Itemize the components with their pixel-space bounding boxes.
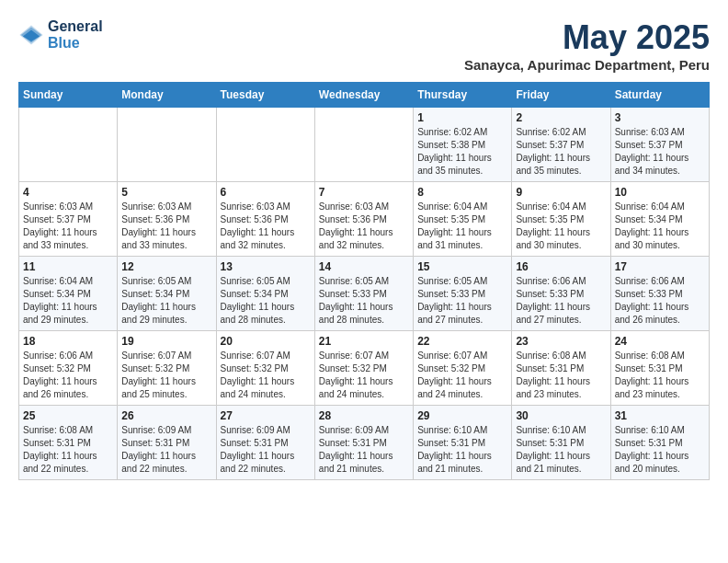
day-number: 30 — [516, 409, 606, 422]
calendar-week-1: 1Sunrise: 6:02 AM Sunset: 5:38 PM Daylig… — [19, 108, 710, 182]
calendar-cell: 20Sunrise: 6:07 AM Sunset: 5:32 PM Dayli… — [216, 331, 314, 406]
day-info: Sunrise: 6:09 AM Sunset: 5:31 PM Dayligh… — [319, 424, 409, 476]
day-number: 25 — [23, 409, 113, 422]
day-info: Sunrise: 6:06 AM Sunset: 5:32 PM Dayligh… — [23, 350, 113, 401]
header-day-sunday: Sunday — [19, 83, 118, 108]
logo-icon — [18, 22, 44, 48]
calendar-cell: 27Sunrise: 6:09 AM Sunset: 5:31 PM Dayli… — [216, 406, 314, 480]
page-header: General Blue May 2025 Sanayca, Apurimac … — [18, 18, 710, 73]
header-day-tuesday: Tuesday — [216, 83, 314, 108]
day-number: 26 — [121, 409, 211, 422]
day-number: 23 — [516, 335, 606, 348]
day-info: Sunrise: 6:04 AM Sunset: 5:35 PM Dayligh… — [516, 201, 606, 252]
calendar-cell — [19, 108, 118, 182]
calendar-cell: 15Sunrise: 6:05 AM Sunset: 5:33 PM Dayli… — [414, 257, 512, 331]
day-number: 11 — [23, 260, 113, 273]
day-info: Sunrise: 6:07 AM Sunset: 5:32 PM Dayligh… — [319, 350, 409, 401]
day-number: 14 — [319, 260, 409, 273]
day-number: 4 — [23, 186, 113, 199]
calendar-cell: 10Sunrise: 6:04 AM Sunset: 5:34 PM Dayli… — [610, 182, 709, 257]
header-day-thursday: Thursday — [414, 83, 512, 108]
header-day-saturday: Saturday — [610, 83, 709, 108]
calendar-cell: 22Sunrise: 6:07 AM Sunset: 5:32 PM Dayli… — [414, 331, 512, 406]
day-number: 3 — [615, 111, 705, 124]
day-info: Sunrise: 6:08 AM Sunset: 5:31 PM Dayligh… — [516, 350, 606, 401]
calendar-cell: 25Sunrise: 6:08 AM Sunset: 5:31 PM Dayli… — [19, 406, 118, 480]
calendar-cell: 13Sunrise: 6:05 AM Sunset: 5:34 PM Dayli… — [216, 257, 314, 331]
day-info: Sunrise: 6:05 AM Sunset: 5:33 PM Dayligh… — [319, 275, 409, 327]
header-day-wednesday: Wednesday — [314, 83, 413, 108]
calendar-week-3: 11Sunrise: 6:04 AM Sunset: 5:34 PM Dayli… — [19, 257, 710, 331]
calendar-cell: 9Sunrise: 6:04 AM Sunset: 5:35 PM Daylig… — [512, 182, 610, 257]
calendar-cell: 23Sunrise: 6:08 AM Sunset: 5:31 PM Dayli… — [512, 331, 610, 406]
calendar-cell: 17Sunrise: 6:06 AM Sunset: 5:33 PM Dayli… — [610, 257, 709, 331]
day-number: 27 — [221, 409, 311, 422]
calendar-cell: 3Sunrise: 6:03 AM Sunset: 5:37 PM Daylig… — [610, 108, 709, 182]
calendar-cell: 30Sunrise: 6:10 AM Sunset: 5:31 PM Dayli… — [512, 406, 610, 480]
day-info: Sunrise: 6:08 AM Sunset: 5:31 PM Dayligh… — [615, 350, 705, 401]
calendar-cell: 21Sunrise: 6:07 AM Sunset: 5:32 PM Dayli… — [314, 331, 413, 406]
calendar-cell: 29Sunrise: 6:10 AM Sunset: 5:31 PM Dayli… — [414, 406, 512, 480]
day-info: Sunrise: 6:03 AM Sunset: 5:37 PM Dayligh… — [615, 126, 705, 178]
day-info: Sunrise: 6:04 AM Sunset: 5:34 PM Dayligh… — [23, 275, 113, 327]
day-info: Sunrise: 6:02 AM Sunset: 5:38 PM Dayligh… — [417, 126, 507, 178]
day-info: Sunrise: 6:02 AM Sunset: 5:37 PM Dayligh… — [516, 126, 606, 178]
day-number: 13 — [221, 260, 311, 273]
logo: General Blue — [18, 18, 103, 52]
day-info: Sunrise: 6:07 AM Sunset: 5:32 PM Dayligh… — [417, 350, 507, 401]
header-day-friday: Friday — [512, 83, 610, 108]
day-info: Sunrise: 6:08 AM Sunset: 5:31 PM Dayligh… — [23, 424, 113, 476]
calendar-cell: 16Sunrise: 6:06 AM Sunset: 5:33 PM Dayli… — [512, 257, 610, 331]
day-info: Sunrise: 6:07 AM Sunset: 5:32 PM Dayligh… — [221, 350, 311, 401]
day-info: Sunrise: 6:10 AM Sunset: 5:31 PM Dayligh… — [417, 424, 507, 476]
calendar: SundayMondayTuesdayWednesdayThursdayFrid… — [18, 82, 710, 480]
day-info: Sunrise: 6:06 AM Sunset: 5:33 PM Dayligh… — [516, 275, 606, 327]
logo-text: General Blue — [48, 18, 103, 52]
day-number: 18 — [23, 335, 113, 348]
calendar-cell: 4Sunrise: 6:03 AM Sunset: 5:37 PM Daylig… — [19, 182, 118, 257]
day-number: 8 — [417, 186, 507, 199]
day-info: Sunrise: 6:05 AM Sunset: 5:34 PM Dayligh… — [121, 275, 211, 327]
day-number: 1 — [417, 111, 507, 124]
day-info: Sunrise: 6:03 AM Sunset: 5:37 PM Dayligh… — [23, 201, 113, 252]
day-number: 28 — [319, 409, 409, 422]
title-area: May 2025 Sanayca, Apurimac Department, P… — [464, 18, 710, 73]
calendar-cell: 28Sunrise: 6:09 AM Sunset: 5:31 PM Dayli… — [314, 406, 413, 480]
subtitle: Sanayca, Apurimac Department, Peru — [464, 57, 710, 73]
calendar-week-2: 4Sunrise: 6:03 AM Sunset: 5:37 PM Daylig… — [19, 182, 710, 257]
calendar-cell — [314, 108, 413, 182]
calendar-cell: 7Sunrise: 6:03 AM Sunset: 5:36 PM Daylig… — [314, 182, 413, 257]
day-info: Sunrise: 6:10 AM Sunset: 5:31 PM Dayligh… — [516, 424, 606, 476]
day-info: Sunrise: 6:03 AM Sunset: 5:36 PM Dayligh… — [121, 201, 211, 252]
day-number: 2 — [516, 111, 606, 124]
calendar-cell: 19Sunrise: 6:07 AM Sunset: 5:32 PM Dayli… — [118, 331, 216, 406]
day-info: Sunrise: 6:06 AM Sunset: 5:33 PM Dayligh… — [615, 275, 705, 327]
calendar-cell: 6Sunrise: 6:03 AM Sunset: 5:36 PM Daylig… — [216, 182, 314, 257]
day-number: 16 — [516, 260, 606, 273]
calendar-cell: 14Sunrise: 6:05 AM Sunset: 5:33 PM Dayli… — [314, 257, 413, 331]
day-info: Sunrise: 6:07 AM Sunset: 5:32 PM Dayligh… — [121, 350, 211, 401]
calendar-cell — [118, 108, 216, 182]
day-info: Sunrise: 6:05 AM Sunset: 5:33 PM Dayligh… — [417, 275, 507, 327]
day-number: 20 — [221, 335, 311, 348]
day-number: 10 — [615, 186, 705, 199]
day-info: Sunrise: 6:09 AM Sunset: 5:31 PM Dayligh… — [221, 424, 311, 476]
day-number: 31 — [615, 409, 705, 422]
day-number: 5 — [121, 186, 211, 199]
day-number: 29 — [417, 409, 507, 422]
day-number: 7 — [319, 186, 409, 199]
calendar-cell: 18Sunrise: 6:06 AM Sunset: 5:32 PM Dayli… — [19, 331, 118, 406]
calendar-cell: 26Sunrise: 6:09 AM Sunset: 5:31 PM Dayli… — [118, 406, 216, 480]
day-number: 21 — [319, 335, 409, 348]
calendar-body: 1Sunrise: 6:02 AM Sunset: 5:38 PM Daylig… — [19, 108, 710, 480]
calendar-cell: 1Sunrise: 6:02 AM Sunset: 5:38 PM Daylig… — [414, 108, 512, 182]
calendar-week-5: 25Sunrise: 6:08 AM Sunset: 5:31 PM Dayli… — [19, 406, 710, 480]
month-title: May 2025 — [464, 18, 710, 57]
calendar-header: SundayMondayTuesdayWednesdayThursdayFrid… — [19, 83, 710, 108]
calendar-cell: 2Sunrise: 6:02 AM Sunset: 5:37 PM Daylig… — [512, 108, 610, 182]
day-info: Sunrise: 6:10 AM Sunset: 5:31 PM Dayligh… — [615, 424, 705, 476]
day-number: 17 — [615, 260, 705, 273]
calendar-cell: 8Sunrise: 6:04 AM Sunset: 5:35 PM Daylig… — [414, 182, 512, 257]
calendar-cell: 24Sunrise: 6:08 AM Sunset: 5:31 PM Dayli… — [610, 331, 709, 406]
day-info: Sunrise: 6:03 AM Sunset: 5:36 PM Dayligh… — [221, 201, 311, 252]
